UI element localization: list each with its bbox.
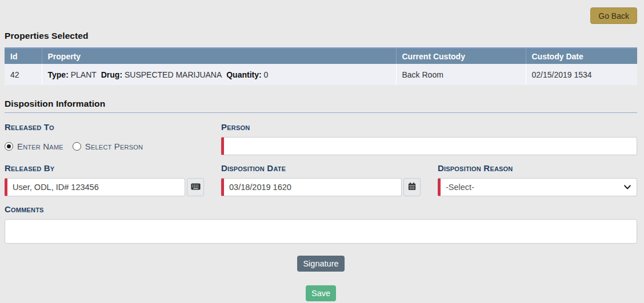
disposition-reason-field: Disposition Reason -Select-: [438, 163, 637, 196]
cell-property: Type: PLANT Drug: SUSPECTED MARIJUANA Qu…: [42, 64, 396, 85]
cell-custody-date: 02/15/2019 1534: [526, 64, 637, 85]
released-by-label: Released By: [5, 163, 204, 173]
signature-action-row: Signature: [5, 246, 637, 272]
disposition-page: Go Back Properties Selected Id Property …: [0, 0, 644, 301]
radio-select-person-label: Select Person: [85, 142, 143, 151]
radio-unselected-icon: [73, 142, 81, 151]
released-by-field: Released By: [5, 163, 204, 196]
person-label: Person: [221, 122, 637, 132]
cell-id: 42: [5, 64, 42, 85]
disposition-date-field: Disposition Date: [221, 163, 421, 196]
property-type-label: Type:: [48, 70, 69, 79]
disposition-reason-label: Disposition Reason: [438, 163, 637, 173]
header-property: Property: [42, 48, 396, 64]
person-field: Person: [221, 122, 637, 155]
disposition-information-title: Disposition Information: [5, 99, 637, 113]
calendar-button[interactable]: [403, 178, 421, 196]
radio-select-person[interactable]: Select Person: [73, 142, 143, 151]
header-custody-date: Custody Date: [526, 48, 637, 64]
property-type-value: PLANT: [71, 70, 97, 79]
save-button[interactable]: Save: [306, 285, 336, 301]
property-quantity-value: 0: [264, 70, 269, 79]
comments-textarea[interactable]: [5, 219, 637, 244]
property-drug-value: SUSPECTED MARIJUANA: [125, 70, 222, 79]
top-toolbar: Go Back: [5, 0, 637, 24]
released-to-field: Released To Enter Name Select Person: [5, 122, 204, 155]
signature-button[interactable]: Signature: [297, 256, 344, 272]
go-back-button[interactable]: Go Back: [590, 7, 637, 24]
released-to-radio-group: Enter Name Select Person: [5, 137, 204, 155]
cell-current-custody: Back Room: [396, 64, 526, 85]
radio-selected-icon: [5, 142, 13, 151]
properties-table: Id Property Current Custody Custody Date…: [5, 47, 637, 85]
released-to-label: Released To: [5, 122, 204, 132]
keyboard-icon: [191, 183, 201, 192]
header-current-custody: Current Custody: [396, 48, 526, 64]
comments-field: Comments: [5, 204, 637, 246]
comments-label: Comments: [5, 204, 637, 214]
save-action-row: Save: [5, 272, 637, 301]
table-row: 42 Type: PLANT Drug: SUSPECTED MARIJUANA…: [5, 64, 637, 85]
keyboard-button[interactable]: [187, 178, 204, 196]
property-drug-label: Drug:: [101, 70, 122, 79]
property-quantity-label: Quantity:: [226, 70, 261, 79]
disposition-date-label: Disposition Date: [221, 163, 421, 173]
radio-enter-name-label: Enter Name: [17, 142, 63, 151]
properties-table-header-row: Id Property Current Custody Custody Date: [5, 48, 637, 64]
disposition-form: Released To Enter Name Select Person Per…: [5, 122, 637, 246]
disposition-reason-select[interactable]: -Select-: [438, 178, 637, 196]
header-id: Id: [5, 48, 42, 64]
disposition-date-input[interactable]: [221, 178, 402, 196]
properties-selected-title: Properties Selected: [5, 31, 637, 41]
calendar-icon: [408, 182, 416, 192]
released-by-input[interactable]: [5, 178, 185, 196]
person-input[interactable]: [221, 137, 637, 155]
radio-enter-name[interactable]: Enter Name: [5, 142, 63, 151]
